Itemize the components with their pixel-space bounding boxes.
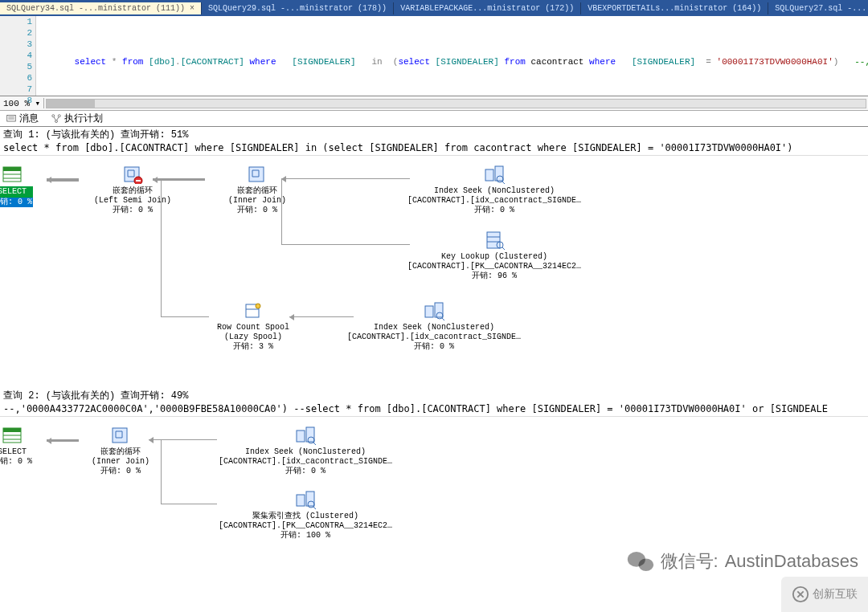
- svg-rect-38: [306, 427, 314, 442]
- svg-line-44: [313, 507, 316, 509]
- svg-rect-17: [495, 166, 503, 181]
- wechat-watermark: 微信号: AustinDatabases: [627, 549, 858, 573]
- plan2-node-innerjoin[interactable]: 嵌套的循环 (Inner Join) 开销: 0 %: [48, 425, 193, 476]
- code-area[interactable]: ⊟ select * from [dbo].[CACONTRACT] where…: [36, 16, 868, 96]
- plan1-node-indexseek2[interactable]: Index Seek (NonClustered) [CACONTRACT].[…: [346, 300, 522, 352]
- index-seek-icon: [483, 164, 506, 185]
- svg-line-7: [57, 116, 59, 120]
- svg-line-40: [313, 443, 316, 445]
- svg-point-27: [256, 304, 260, 308]
- svg-point-5: [55, 120, 58, 122]
- key-lookup-icon: [483, 230, 506, 251]
- svg-rect-29: [435, 303, 443, 317]
- editor-tabstrip: SQLQuery34.sql -...ministrator (111)) × …: [0, 0, 868, 16]
- tab-sqlquery27[interactable]: SQLQuery27.sql -...: [768, 2, 868, 14]
- svg-rect-20: [487, 232, 500, 248]
- results-tabstrip: 消息 执行计划: [0, 111, 868, 127]
- code-line-1[interactable]: select * from [dbo].[CACONTRACT] where […: [43, 45, 868, 56]
- nested-loop-icon: [246, 164, 268, 185]
- plan2-sql: --,'0000A433772AC0000C0A','0000B9FBE58A1…: [0, 403, 868, 416]
- horizontal-scrollbar[interactable]: [46, 99, 866, 108]
- svg-rect-0: [7, 115, 16, 121]
- plan2-node-indexseek[interactable]: Index Seek (NonClustered) [CACONTRACT].[…: [209, 425, 402, 476]
- wechat-label: 微信号:: [661, 549, 719, 573]
- wechat-icon: [627, 549, 654, 573]
- svg-rect-28: [425, 306, 433, 317]
- plan1-canvas[interactable]: SELECT 开销: 0 % 嵌套的循环 (Left Semi Join) 开销…: [0, 155, 868, 388]
- select-icon: [1, 425, 23, 446]
- wechat-value: AustinDatabases: [725, 551, 858, 572]
- zoom-level[interactable]: 100 % ▾: [0, 98, 44, 108]
- svg-line-31: [442, 318, 444, 320]
- messages-icon: [6, 114, 16, 124]
- tab-vbexportdetails[interactable]: VBEXPORTDETAILs...ministrator (164)): [581, 2, 768, 14]
- svg-rect-15: [249, 167, 264, 182]
- tab-execution-plan[interactable]: 执行计划: [45, 112, 109, 125]
- scroll-thumb[interactable]: [47, 100, 95, 108]
- svg-rect-33: [3, 428, 21, 432]
- svg-rect-16: [485, 169, 493, 181]
- svg-rect-42: [306, 492, 314, 506]
- index-seek-icon: [294, 425, 317, 446]
- select-icon: [1, 164, 23, 185]
- line-number-gutter: 12 34 56 78: [0, 16, 36, 96]
- plan1-node-innerjoin[interactable]: 嵌套的循环 (Inner Join) 开销: 0 %: [185, 164, 330, 215]
- sql-editor[interactable]: 12 34 56 78 ⊟ select * from [dbo].[CACON…: [0, 16, 868, 96]
- svg-line-6: [54, 116, 55, 120]
- spool-icon: [242, 300, 264, 321]
- index-seek-icon: [423, 300, 445, 321]
- plan1-header: 查询 1: (与该批有关的) 查询开销: 51%: [0, 127, 868, 142]
- select-cost: 开销: 0 %: [0, 198, 33, 207]
- select-label: SELECT: [0, 186, 33, 198]
- plan1-node-keylookup[interactable]: Key Lookup (Clustered) [CACONTRACT].[PK_…: [406, 230, 583, 281]
- plan1-sql: select * from [dbo].[CACONTRACT] where […: [0, 142, 868, 155]
- nested-loop-icon: [109, 425, 132, 446]
- close-icon[interactable]: ×: [190, 4, 194, 13]
- plan1-node-rowcountspool[interactable]: Row Count Spool (Lazy Spool) 开销: 3 %: [181, 300, 326, 352]
- clustered-seek-icon: [294, 489, 317, 510]
- svg-point-4: [58, 114, 60, 116]
- plan1-node-select[interactable]: SELECT 开销: 0 %: [0, 164, 68, 207]
- svg-rect-37: [297, 430, 305, 442]
- tab-variablepackage[interactable]: VARIABLEPACKAGE...ministrator (172)): [394, 2, 581, 14]
- zoom-row: 100 % ▾: [0, 96, 868, 111]
- svg-point-3: [52, 114, 55, 116]
- tab-messages[interactable]: 消息: [0, 112, 45, 125]
- brand-badge: 创新互联: [781, 577, 868, 612]
- svg-point-46: [638, 559, 653, 571]
- nested-loop-icon: [121, 164, 144, 185]
- plan1-node-leftsemijoin[interactable]: 嵌套的循环 (Left Semi Join) 开销: 0 %: [60, 164, 205, 215]
- svg-line-19: [502, 182, 505, 184]
- plan-icon: [51, 114, 61, 124]
- svg-rect-41: [297, 495, 305, 506]
- tab-messages-label: 消息: [19, 112, 39, 125]
- svg-line-24: [502, 247, 505, 250]
- tab-sqlquery29[interactable]: SQLQuery29.sql -...ministrator (178)): [202, 2, 394, 14]
- plan2-header: 查询 2: (与该批有关的) 查询开销: 49%: [0, 388, 868, 403]
- tab-sqlquery34[interactable]: SQLQuery34.sql -...ministrator (111)) ×: [0, 2, 202, 14]
- svg-rect-9: [3, 167, 21, 171]
- plan2-node-clusteredindexseek[interactable]: 聚集索引查找 (Clustered) [CACONTRACT].[PK__CAC…: [209, 489, 402, 541]
- tab-execution-plan-label: 执行计划: [64, 112, 103, 125]
- svg-rect-36: [113, 428, 127, 443]
- plan1-node-indexseek1[interactable]: Index Seek (NonClustered) [CACONTRACT].[…: [406, 164, 583, 215]
